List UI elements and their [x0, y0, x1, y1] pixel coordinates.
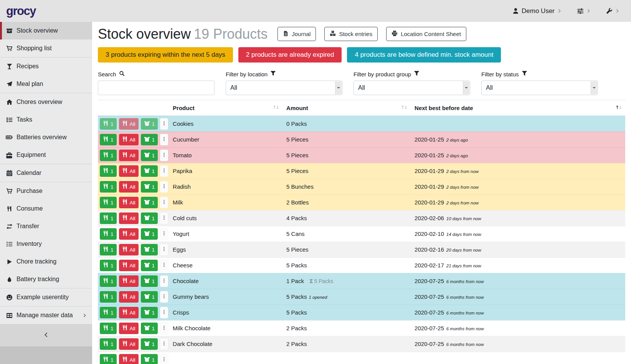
sidebar-item-chore-tracking[interactable]: Chore tracking [0, 253, 92, 270]
open-one-button[interactable]: 1 [141, 165, 158, 177]
consume-one-button[interactable]: 1 [100, 165, 117, 177]
consume-one-button[interactable]: 1 [100, 354, 117, 364]
row-menu-button[interactable] [160, 307, 168, 318]
consume-all-button[interactable]: All [119, 275, 139, 287]
open-one-button[interactable]: 1 [141, 354, 158, 364]
open-one-button[interactable]: 1 [141, 197, 158, 208]
below-min-stock-banner[interactable]: 4 products are below defined min. stock … [347, 47, 501, 63]
open-one-button[interactable]: 1 [141, 323, 158, 334]
sidebar-item-transfer[interactable]: Transfer [0, 217, 92, 235]
sidebar-item-chores-overview[interactable]: Chores overview [0, 93, 92, 111]
consume-all-button[interactable]: All [119, 165, 139, 177]
sidebar-item-consume[interactable]: Consume [0, 200, 92, 217]
consume-one-button[interactable]: 1 [100, 134, 117, 145]
open-one-button[interactable]: 1 [141, 212, 158, 224]
admin-menu[interactable] [606, 8, 619, 14]
row-menu-button[interactable] [160, 212, 168, 224]
row-menu-button[interactable] [160, 291, 168, 303]
sidebar-item-tasks[interactable]: Tasks [0, 111, 92, 128]
open-one-button[interactable]: 1 [141, 307, 158, 318]
consume-all-button[interactable]: All [119, 197, 139, 208]
consume-one-button[interactable]: 1 [100, 212, 117, 224]
sidebar-item-example-userentity[interactable]: Example userentity [0, 288, 92, 306]
stock-entries-button[interactable]: Stock entries [324, 27, 378, 41]
consume-all-button[interactable]: All [119, 150, 139, 161]
sidebar-item-batteries-overview[interactable]: Batteries overview [0, 128, 92, 146]
row-menu-button[interactable] [160, 338, 168, 350]
consume-one-button[interactable]: 1 [100, 244, 117, 255]
cocktail-glass-icon [5, 63, 13, 70]
row-menu-button[interactable] [160, 354, 168, 364]
consume-all-button[interactable]: All [119, 338, 139, 350]
sidebar-item-recipes[interactable]: Recipes [0, 58, 92, 75]
row-menu-button[interactable] [160, 228, 168, 240]
sidebar-item-equipment[interactable]: Equipment [0, 146, 92, 164]
sidebar-item-stock-overview[interactable]: Stock overview [0, 22, 92, 40]
row-menu-button[interactable] [160, 197, 168, 208]
sidebar-item-battery-tracking[interactable]: Battery tracking [0, 270, 92, 288]
product-group-filter-select[interactable]: All [353, 81, 470, 95]
consume-all-button[interactable]: All [119, 181, 139, 193]
row-menu-button[interactable] [160, 134, 168, 145]
search-input[interactable] [98, 81, 215, 95]
consume-one-button[interactable]: 1 [100, 323, 117, 334]
product-column-header[interactable]: Product↑↓ [169, 100, 282, 116]
consume-one-button[interactable]: 1 [100, 291, 117, 303]
consume-all-button[interactable]: All [119, 260, 139, 271]
consume-all-button[interactable]: All [119, 134, 139, 145]
settings-menu[interactable] [577, 8, 591, 15]
sidebar-item-manage-master-data[interactable]: Manage master data [0, 306, 92, 324]
consume-one-button[interactable]: 1 [100, 307, 117, 318]
open-one-button[interactable]: 1 [141, 150, 158, 161]
sidebar-collapse-button[interactable] [0, 324, 92, 346]
row-menu-button[interactable] [160, 150, 168, 161]
status-filter-select[interactable]: All [481, 81, 598, 95]
consume-one-button[interactable]: 1 [100, 338, 117, 350]
consume-one-button[interactable]: 1 [100, 181, 117, 193]
consume-one-button[interactable]: 1 [100, 275, 117, 287]
open-one-button[interactable]: 1 [141, 260, 158, 271]
open-one-button[interactable]: 1 [141, 275, 158, 287]
expiring-banner[interactable]: 3 products expiring within the next 5 da… [98, 47, 233, 63]
row-menu-button[interactable] [160, 275, 168, 287]
consume-all-button[interactable]: All [119, 212, 139, 224]
sidebar-item-calendar[interactable]: Calendar [0, 164, 92, 182]
open-one-button[interactable]: 1 [141, 291, 158, 303]
row-menu-button[interactable] [160, 118, 168, 130]
consume-all-button[interactable]: All [119, 354, 139, 364]
expired-banner[interactable]: 2 products are already expired [238, 47, 342, 63]
consume-all-button[interactable]: All [119, 244, 139, 255]
consume-one-button[interactable]: 1 [100, 260, 117, 271]
consume-one-button[interactable]: 1 [100, 228, 117, 240]
open-one-button[interactable]: 1 [141, 181, 158, 193]
consume-all-button[interactable]: All [119, 323, 139, 334]
consume-one-button[interactable]: 1 [100, 150, 117, 161]
row-menu-button[interactable] [160, 244, 168, 255]
row-menu-button[interactable] [160, 323, 168, 334]
sidebar-item-purchase[interactable]: Purchase [0, 182, 92, 200]
journal-button[interactable]: Journal [278, 27, 316, 41]
next-best-before-date-column-header[interactable]: Next best before date↑↓ [411, 100, 625, 116]
header-buttons: Journal Stock entries Location Content S… [278, 27, 466, 41]
location-content-sheet-button[interactable]: Location Content Sheet [386, 27, 466, 41]
row-menu-button[interactable] [160, 260, 168, 271]
sidebar-item-shopping-list[interactable]: Shopping list [0, 40, 92, 57]
open-one-button[interactable]: 1 [141, 134, 158, 145]
grocy-logo[interactable]: grocy [6, 4, 36, 18]
row-menu-button[interactable] [160, 181, 168, 193]
amount-column-header[interactable]: Amount↑↓ [282, 100, 411, 116]
date-cell: 2020-02-0610 days from now [411, 210, 625, 226]
consume-one-button[interactable]: 1 [100, 197, 117, 208]
row-menu-button[interactable] [160, 165, 168, 177]
sidebar-item-meal-plan[interactable]: Meal plan [0, 75, 92, 93]
open-one-button[interactable]: 1 [141, 338, 158, 350]
sidebar-item-label: Stock overview [17, 27, 58, 34]
open-one-button[interactable]: 1 [141, 244, 158, 255]
consume-all-button[interactable]: All [119, 291, 139, 303]
consume-all-button[interactable]: All [119, 307, 139, 318]
sidebar-item-inventory[interactable]: Inventory [0, 235, 92, 253]
consume-all-button[interactable]: All [119, 228, 139, 240]
open-one-button[interactable]: 1 [141, 228, 158, 240]
location-filter-select[interactable]: All [226, 81, 342, 95]
user-menu[interactable]: Demo User [512, 7, 562, 15]
